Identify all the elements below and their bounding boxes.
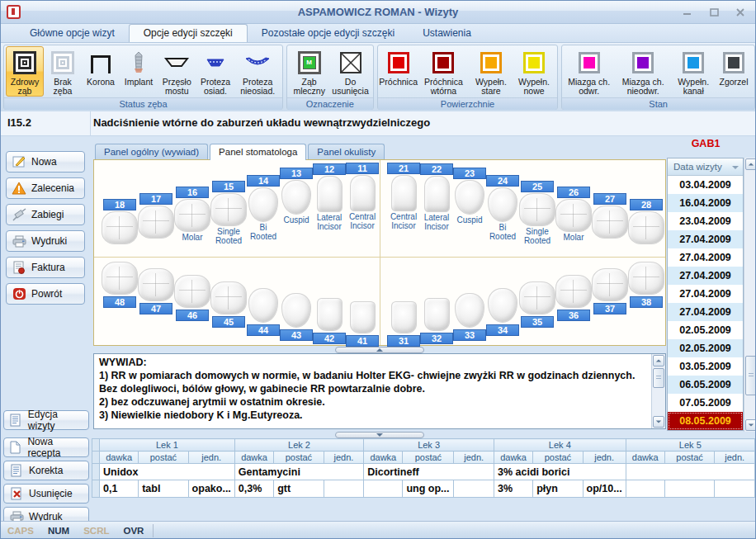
med-dawka-cell[interactable] [626, 480, 664, 498]
tooth-42[interactable]: 42 [313, 298, 346, 347]
med-postac-cell[interactable]: płyn [533, 480, 583, 498]
visit-date-row[interactable]: 06.05.2009 [668, 376, 743, 394]
ribbon-button-prz-s-o-mostu[interactable]: Przęsło mostu [158, 46, 196, 97]
panel-tab-panel-og-lny-wywiad[interactable]: Panel ogólny (wywiad) [95, 144, 208, 160]
tooth-36[interactable]: 36 [555, 275, 592, 347]
tooth-15[interactable]: 15Single Rooted [210, 181, 247, 257]
korekta-button[interactable]: Korekta [3, 461, 89, 480]
ribbon-button-pr-chnica-wt-rna[interactable]: Próchnica wtórna [418, 46, 470, 97]
powr-t-button[interactable]: Powrót [6, 283, 85, 305]
menu-tab-pozosta-e-opcje-edycji-szcz-ki[interactable]: Pozostałe opcje edycji szczęki [248, 25, 409, 42]
med-jedn-cell[interactable] [715, 480, 755, 498]
tooth-33[interactable]: 33 [453, 293, 486, 347]
tooth-28[interactable]: 28 [628, 199, 664, 257]
zabiegi-button[interactable]: Zabiegi [6, 204, 85, 225]
med-name-cell[interactable] [626, 464, 754, 480]
edycja-wizyty-button[interactable]: Edycja wizyty [3, 410, 89, 430]
tooth-25[interactable]: 25Single Rooted [519, 181, 555, 257]
collapse-up-handle[interactable] [335, 347, 424, 353]
tooth-32[interactable]: 32 [420, 298, 453, 347]
visit-date-row[interactable]: 27.04.2009 [668, 230, 743, 248]
tooth-26[interactable]: 26Molar [555, 187, 592, 257]
med-jedn-cell[interactable]: opako... [188, 480, 234, 498]
med-jedn-cell[interactable]: op/10... [583, 480, 626, 498]
ribbon-button-miazga-ch-odwr[interactable]: Miazga ch. odwr. [564, 46, 614, 97]
tooth-23[interactable]: 23Cuspid [453, 168, 486, 257]
minimize-button[interactable] [678, 5, 697, 19]
med-jedn-cell[interactable] [454, 480, 494, 498]
med-name-cell[interactable]: Unidox [100, 464, 235, 480]
visit-date-row[interactable]: 27.04.2009 [668, 267, 743, 285]
visits-scrollbar[interactable] [744, 158, 756, 432]
ribbon-button-pr-chnica[interactable]: Próchnica [380, 46, 418, 97]
scroll-up-icon[interactable] [745, 158, 756, 170]
tooth-41[interactable]: 41 [346, 301, 379, 347]
scroll-down-icon[interactable] [653, 416, 664, 428]
med-name-cell[interactable]: Dicortineff [364, 464, 494, 480]
nowa-recepta-button[interactable]: Nowa recepta [3, 437, 89, 457]
tooth-31[interactable]: 31 [387, 301, 420, 347]
tooth-16[interactable]: 16Molar [174, 187, 210, 257]
menu-tab-opcje-edycji-szcz-ki[interactable]: Opcje edycji szczęki [129, 24, 248, 42]
ribbon-button-implant[interactable]: Implant [120, 46, 158, 97]
med-name-cell[interactable]: Gentamycini [234, 464, 363, 480]
close-button[interactable] [730, 5, 750, 19]
tooth-24[interactable]: 24Bi Rooted [486, 175, 519, 257]
ribbon-button-do-usuni-cia[interactable]: Do usunięcia [329, 46, 371, 97]
scrollbar-thumb[interactable] [745, 356, 756, 395]
med-dawka-cell[interactable]: 0,3% [234, 480, 273, 498]
tooth-44[interactable]: 44 [247, 288, 280, 347]
visit-date-row[interactable]: 27.04.2009 [668, 248, 743, 267]
tooth-34[interactable]: 34 [486, 288, 519, 347]
ribbon-button-wype-n-stare[interactable]: Wypełn. stare [470, 46, 512, 97]
tooth-43[interactable]: 43 [280, 293, 313, 347]
tooth-21[interactable]: 21Central Incisor [387, 163, 420, 257]
visit-date-row[interactable]: 03.05.2009 [668, 357, 743, 376]
ribbon-button-proteza-nieosiad[interactable]: Proteza nieosiad. [234, 46, 280, 97]
ribbon-button-z-b-mleczny[interactable]: MZąb mleczny [289, 46, 329, 97]
visit-date-row[interactable]: 27.04.2009 [668, 303, 743, 321]
med-name-cell[interactable]: 3% acidi borici [494, 464, 626, 480]
visit-date-row[interactable]: 02.05.2009 [668, 339, 743, 357]
tooth-27[interactable]: 27 [592, 193, 628, 257]
panel-tab-panel-okulisty[interactable]: Panel okulisty [308, 144, 385, 160]
tooth-47[interactable]: 47 [138, 268, 174, 347]
visit-date-row[interactable]: 16.04.2009 [668, 194, 743, 212]
collapse-down-handle[interactable] [335, 432, 424, 438]
med-jedn-cell[interactable] [324, 480, 364, 498]
scroll-down-icon[interactable] [745, 419, 756, 431]
zalecenia-button[interactable]: Zalecenia [6, 177, 85, 199]
visit-date-row[interactable]: 02.05.2009 [668, 321, 743, 339]
tooth-11[interactable]: 11Central Incisor [346, 163, 379, 257]
interview-scrollbar[interactable] [651, 354, 665, 428]
ribbon-button-wype-n-nowe[interactable]: Wypełn. nowe [513, 46, 556, 97]
tooth-17[interactable]: 17 [138, 193, 174, 257]
med-dawka-cell[interactable]: 0,1 [100, 480, 139, 498]
faktura-button[interactable]: Faktura [6, 257, 85, 278]
nowa-button[interactable]: Nowa [6, 151, 85, 173]
ribbon-button-korona[interactable]: Korona [82, 46, 120, 97]
tooth-14[interactable]: 14Bi Rooted [247, 175, 280, 257]
med-postac-cell[interactable]: ung op... [403, 480, 454, 498]
med-postac-cell[interactable]: gtt [274, 480, 324, 498]
menu-tab-g-wne-opcje-wizyt[interactable]: Główne opcje wizyt [16, 25, 129, 42]
med-dawka-cell[interactable]: 3% [494, 480, 532, 498]
visit-date-row[interactable]: 08.05.2009 [668, 412, 743, 430]
scrollbar-thumb[interactable] [653, 368, 664, 388]
ribbon-button-proteza-osiad[interactable]: Proteza osiad. [196, 46, 235, 97]
tooth-13[interactable]: 13Cuspid [280, 168, 313, 257]
menu-tab-ustawienia[interactable]: Ustawienia [409, 25, 485, 42]
tooth-38[interactable]: 38 [628, 262, 664, 347]
panel-tab-panel-stomatologa[interactable]: Panel stomatologa [210, 144, 306, 160]
wydruki-button[interactable]: Wydruki [6, 230, 85, 252]
ribbon-button-wype-n-kana[interactable]: Wypełn. kanał [672, 46, 715, 97]
tooth-22[interactable]: 22Lateral Incisor [420, 163, 453, 257]
tooth-48[interactable]: 48 [102, 262, 138, 347]
ribbon-button-brak-z-ba[interactable]: Brak zęba [44, 46, 82, 97]
usuni-cie-button[interactable]: Usunięcie [3, 484, 89, 504]
visit-date-row[interactable]: 03.04.2009 [668, 176, 743, 194]
visit-date-row[interactable]: 23.04.2009 [668, 212, 743, 230]
scroll-up-icon[interactable] [653, 355, 664, 366]
ribbon-button-zgorzel[interactable]: Zgorzel [715, 46, 753, 97]
med-dawka-cell[interactable] [364, 480, 403, 498]
